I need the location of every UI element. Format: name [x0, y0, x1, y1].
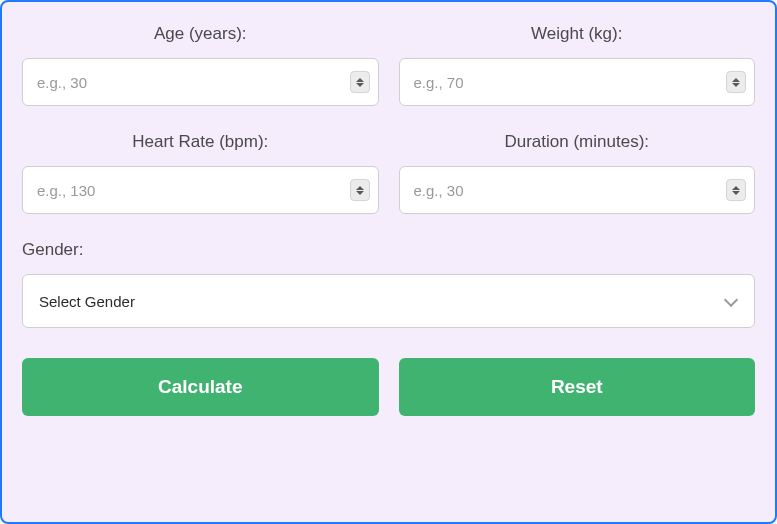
hr-label: Heart Rate (bpm): — [22, 132, 379, 152]
age-input[interactable] — [37, 74, 334, 91]
gender-label: Gender: — [22, 240, 755, 260]
gender-select[interactable]: Select Gender — [22, 274, 755, 328]
stepper-icon[interactable] — [726, 179, 746, 201]
stepper-icon[interactable] — [726, 71, 746, 93]
stepper-icon[interactable] — [350, 179, 370, 201]
field-duration: Duration (minutes): — [399, 132, 756, 214]
duration-input-wrap[interactable] — [399, 166, 756, 214]
gender-selected-value: Select Gender — [39, 293, 135, 310]
duration-input[interactable] — [414, 182, 711, 199]
calculate-button[interactable]: Calculate — [22, 358, 379, 416]
hr-input-wrap[interactable] — [22, 166, 379, 214]
weight-input-wrap[interactable] — [399, 58, 756, 106]
hr-input[interactable] — [37, 182, 334, 199]
stepper-icon[interactable] — [350, 71, 370, 93]
weight-label: Weight (kg): — [399, 24, 756, 44]
age-label: Age (years): — [22, 24, 379, 44]
chevron-down-icon — [724, 293, 738, 307]
age-input-wrap[interactable] — [22, 58, 379, 106]
field-heart-rate: Heart Rate (bpm): — [22, 132, 379, 214]
weight-input[interactable] — [414, 74, 711, 91]
reset-button[interactable]: Reset — [399, 358, 756, 416]
row-hr-duration: Heart Rate (bpm): Duration (minutes): — [22, 132, 755, 214]
row-age-weight: Age (years): Weight (kg): — [22, 24, 755, 106]
field-age: Age (years): — [22, 24, 379, 106]
field-gender: Gender: Select Gender — [22, 240, 755, 328]
field-weight: Weight (kg): — [399, 24, 756, 106]
button-row: Calculate Reset — [22, 358, 755, 416]
form-card: Age (years): Weight (kg): Heart Rate (bp… — [0, 0, 777, 524]
duration-label: Duration (minutes): — [399, 132, 756, 152]
